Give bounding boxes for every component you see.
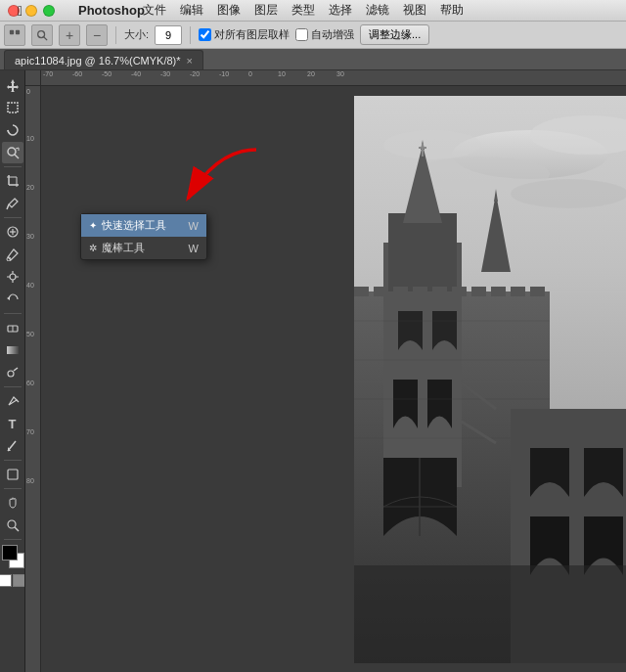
foreground-color[interactable] (2, 545, 18, 560)
ruler-horizontal: -70 -60 -50 -40 -30 -20 -10 0 10 20 30 (41, 70, 626, 86)
dodge-tool[interactable] (2, 362, 23, 383)
clone-stamp-tool[interactable] (2, 266, 23, 288)
hand-tool[interactable] (2, 492, 23, 514)
ruler-h-tick: -40 (131, 70, 141, 77)
shape-tool[interactable] (2, 464, 23, 485)
tab-close-icon[interactable]: × (187, 55, 193, 67)
quick-selection-key: W (189, 220, 199, 232)
ruler-v-tick: 50 (26, 331, 34, 337)
magic-wand-icon: ✲ (89, 243, 97, 253)
ruler-corner (25, 70, 41, 86)
magic-wand-tool-item[interactable]: ✲ 魔棒工具 W (81, 237, 206, 259)
pen-tool[interactable] (2, 390, 23, 412)
quick-selection-tool[interactable] (2, 142, 23, 163)
menu-type[interactable]: 类型 (286, 2, 321, 19)
path-selection-tool[interactable] (2, 435, 23, 457)
flyout-item-left: ✦ 快速选择工具 (89, 218, 166, 233)
window-controls[interactable] (8, 5, 55, 17)
standard-mode[interactable] (0, 574, 12, 587)
sample-all-layers-checkbox[interactable] (199, 28, 211, 41)
svg-point-2 (38, 30, 45, 37)
svg-line-27 (17, 400, 19, 402)
menu-file[interactable]: 文件 (137, 2, 172, 19)
zoom-tool[interactable] (2, 515, 23, 536)
history-brush-tool[interactable] (2, 289, 23, 310)
sample-all-layers-option[interactable]: 对所有图层取样 (199, 27, 290, 42)
brush-tool[interactable] (2, 244, 23, 265)
gradient-tool[interactable] (2, 339, 23, 361)
svg-point-36 (383, 130, 481, 159)
auto-enhance-checkbox[interactable] (295, 28, 308, 41)
sample-all-layers-label: 对所有图层取样 (214, 27, 290, 42)
svg-rect-51 (393, 287, 408, 296)
move-tool[interactable] (2, 74, 23, 96)
flyout-item-left-2: ✲ 魔棒工具 (89, 241, 145, 255)
menu-image[interactable]: 图像 (211, 2, 246, 19)
adjust-edge-button[interactable]: 调整边缘... (360, 24, 429, 45)
crop-tool[interactable] (2, 170, 23, 192)
svg-marker-4 (7, 79, 19, 92)
ruler-v-tick: 10 (26, 135, 34, 142)
building-image (354, 96, 626, 663)
document-tab[interactable]: apic11084.jpg @ 16.7%(CMYK/8)* × (4, 50, 203, 69)
svg-line-6 (8, 130, 9, 133)
svg-line-31 (15, 527, 19, 531)
svg-line-26 (14, 368, 18, 371)
menu-help[interactable]: 帮助 (434, 2, 470, 19)
svg-rect-57 (511, 287, 525, 296)
menu-select[interactable]: 选择 (323, 2, 358, 19)
add-icon[interactable]: + (59, 24, 80, 46)
svg-rect-56 (491, 287, 506, 296)
ruler-vertical: 0 10 20 30 40 50 60 70 80 (25, 86, 41, 672)
svg-rect-55 (471, 287, 486, 296)
eraser-tool[interactable] (2, 317, 23, 338)
svg-point-37 (511, 179, 626, 208)
ruler-h-tick: -10 (219, 70, 229, 77)
ruler-h-tick: 10 (278, 70, 286, 77)
menu-layer[interactable]: 图层 (248, 2, 284, 19)
quick-selection-tool-item[interactable]: ✦ 快速选择工具 W (81, 214, 206, 237)
text-tool[interactable]: T (2, 413, 23, 434)
ruler-h-tick: 30 (336, 70, 344, 77)
menu-view[interactable]: 视图 (397, 2, 432, 19)
brush-icon[interactable] (4, 24, 25, 46)
tool-flyout-menu[interactable]: ✦ 快速选择工具 W ✲ 魔棒工具 W (80, 213, 207, 260)
canvas-area: -70 -60 -50 -40 -30 -20 -10 0 10 20 30 0… (25, 70, 626, 672)
svg-rect-0 (10, 29, 14, 33)
magic-wand-key: W (189, 243, 199, 254)
svg-rect-40 (388, 213, 457, 291)
toolbar: T (0, 70, 25, 672)
menu-filter[interactable]: 滤镜 (360, 2, 395, 19)
subtract-icon[interactable]: − (86, 24, 108, 46)
svg-rect-49 (354, 287, 369, 296)
magic-wand-label: 魔棒工具 (102, 241, 145, 255)
ruler-h-tick: -30 (160, 70, 170, 77)
minimize-button[interactable] (25, 5, 37, 17)
menu-edit[interactable]: 编辑 (174, 2, 209, 19)
lasso-tool[interactable] (2, 119, 23, 141)
color-picker[interactable] (0, 545, 25, 570)
canvas-content: ✦ 快速选择工具 W ✲ 魔棒工具 W (41, 86, 626, 672)
svg-line-15 (7, 204, 9, 209)
quick-selection-icon[interactable] (31, 24, 53, 46)
maximize-button[interactable] (43, 5, 55, 17)
svg-rect-1 (16, 29, 20, 33)
ruler-h-tick: -50 (102, 70, 112, 77)
quick-mask-mode[interactable] (13, 574, 25, 587)
quick-mask-toggle[interactable] (0, 574, 25, 587)
quick-selection-icon-small: ✦ (89, 220, 97, 231)
ruler-v-tick: 80 (26, 477, 34, 484)
svg-point-30 (8, 520, 16, 528)
ruler-v-tick: 40 (26, 282, 34, 289)
ruler-h-tick: -20 (190, 70, 200, 77)
auto-enhance-option[interactable]: 自动增强 (295, 27, 354, 42)
tool-separator-5 (4, 460, 22, 461)
ruler-v-tick: 0 (26, 88, 30, 95)
ruler-v-tick: 60 (26, 380, 34, 386)
spot-heal-tool[interactable] (2, 221, 23, 243)
eyedropper-tool[interactable] (2, 193, 23, 214)
ruler-v-tick: 20 (26, 184, 34, 191)
brush-size-value[interactable]: 9 (155, 25, 182, 45)
svg-rect-52 (413, 287, 427, 296)
marquee-tool[interactable] (2, 97, 23, 118)
